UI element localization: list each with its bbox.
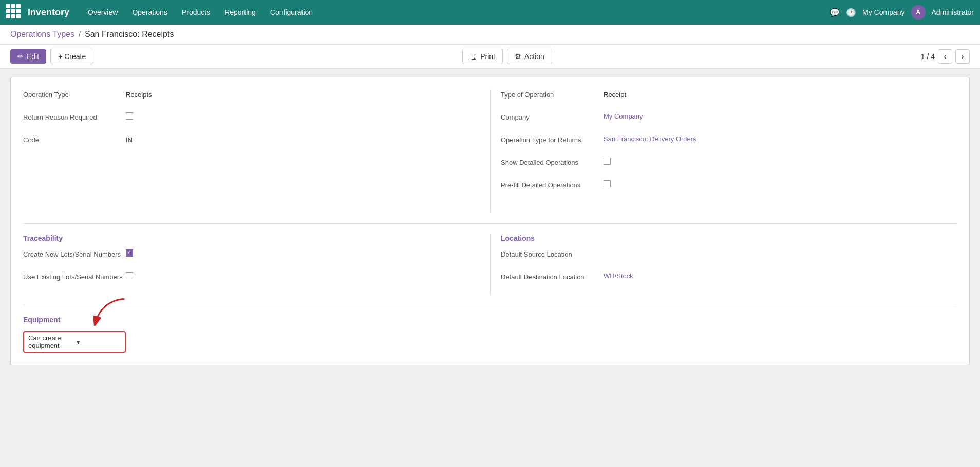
field-create-lots: Create New Lots/Serial Numbers — [23, 249, 480, 264]
show-detailed-checkbox[interactable] — [604, 158, 611, 165]
equipment-section: Equipment Can create equipment ▾ — [23, 316, 957, 353]
field-type-of-operation: Type of Operation Receipt — [501, 90, 947, 104]
nav-right: 💬 🕐 My Company A Administrator — [830, 5, 974, 20]
breadcrumb: Operations Types / San Francisco: Receip… — [0, 25, 980, 45]
edit-button[interactable]: ✏ Edit — [10, 49, 46, 64]
action-bar: ✏ Edit + Create 🖨 Print ⚙ Action 1 / 4 ‹… — [0, 45, 980, 69]
code-label: Code — [23, 135, 126, 144]
print-button[interactable]: 🖨 Print — [462, 49, 503, 64]
printer-icon: 🖨 — [470, 52, 477, 61]
code-value: IN — [126, 135, 133, 144]
apps-menu-icon[interactable] — [6, 4, 23, 21]
field-return-reason: Return Reason Required — [23, 112, 480, 127]
next-page-button[interactable]: › — [955, 49, 970, 64]
pagination: 1 / 4 ‹ › — [921, 49, 970, 64]
operation-type-value: Receipts — [126, 90, 152, 99]
return-reason-checkbox[interactable] — [126, 112, 133, 120]
record-card: Operation Type Receipts Return Reason Re… — [10, 77, 970, 365]
section-divider-2 — [23, 305, 957, 305]
create-lots-label: Create New Lots/Serial Numbers — [23, 249, 126, 258]
top-navigation: Inventory Overview Operations Products R… — [0, 0, 980, 25]
can-create-equipment-label: Can create equipment — [28, 334, 72, 349]
breadcrumb-current: San Francisco: Receipts — [85, 30, 174, 39]
nav-overview[interactable]: Overview — [82, 5, 124, 20]
avatar[interactable]: A — [911, 5, 926, 20]
edit-icon: ✏ — [17, 52, 24, 61]
traceability-title: Traceability — [23, 234, 480, 242]
return-reason-label: Return Reason Required — [23, 112, 126, 121]
op-type-returns-value[interactable]: San Francisco: Delivery Orders — [604, 135, 696, 143]
type-of-op-value: Receipt — [604, 90, 626, 99]
form-main: Operation Type Receipts Return Reason Re… — [23, 90, 957, 213]
prefill-detailed-label: Pre-fill Detailed Operations — [501, 180, 604, 189]
operation-type-label: Operation Type — [23, 90, 126, 99]
field-default-source: Default Source Location — [501, 249, 957, 264]
admin-name[interactable]: Administrator — [932, 8, 974, 16]
equipment-title: Equipment — [23, 316, 957, 324]
breadcrumb-parent[interactable]: Operations Types — [10, 30, 74, 39]
create-lots-checkbox[interactable] — [126, 249, 133, 257]
type-of-op-label: Type of Operation — [501, 90, 604, 99]
nav-menu: Overview Operations Products Reporting C… — [82, 5, 830, 20]
nav-configuration[interactable]: Configuration — [264, 5, 319, 20]
create-button[interactable]: + Create — [50, 49, 93, 64]
field-company: Company My Company — [501, 112, 947, 127]
nav-products[interactable]: Products — [176, 5, 216, 20]
field-operation-type: Operation Type Receipts — [23, 90, 480, 104]
field-default-dest: Default Destination Location WH/Stock — [501, 272, 957, 286]
traceability-locations-section: Traceability Create New Lots/Serial Numb… — [23, 234, 957, 295]
field-use-existing: Use Existing Lots/Serial Numbers — [23, 272, 480, 286]
prev-page-button[interactable]: ‹ — [938, 49, 952, 64]
op-type-returns-label: Operation Type for Returns — [501, 135, 604, 144]
use-existing-label: Use Existing Lots/Serial Numbers — [23, 272, 126, 281]
section-divider-1 — [23, 223, 957, 224]
form-left-col: Operation Type Receipts Return Reason Re… — [23, 90, 490, 213]
nav-reporting[interactable]: Reporting — [218, 5, 262, 20]
company-value[interactable]: My Company — [604, 112, 643, 120]
field-show-detailed: Show Detailed Operations — [501, 158, 947, 172]
default-source-label: Default Source Location — [501, 249, 604, 258]
dropdown-chevron-icon: ▾ — [77, 338, 121, 346]
app-title[interactable]: Inventory — [28, 7, 69, 18]
traceability-col: Traceability Create New Lots/Serial Numb… — [23, 234, 490, 295]
company-label: Company — [501, 112, 604, 121]
company-name[interactable]: My Company — [862, 8, 904, 16]
can-create-equipment-dropdown[interactable]: Can create equipment ▾ — [23, 331, 126, 353]
locations-col: Locations Default Source Location Defaul… — [490, 234, 957, 295]
pagination-count: 1 / 4 — [921, 52, 935, 61]
locations-title: Locations — [501, 234, 957, 242]
main-content: Operation Type Receipts Return Reason Re… — [0, 69, 980, 374]
breadcrumb-separator: / — [79, 30, 81, 38]
field-code: Code IN — [23, 135, 480, 149]
show-detailed-label: Show Detailed Operations — [501, 158, 604, 166]
use-existing-checkbox[interactable] — [126, 272, 133, 279]
field-prefill-detailed: Pre-fill Detailed Operations — [501, 180, 947, 194]
prefill-detailed-checkbox[interactable] — [604, 180, 611, 187]
form-right-col: Type of Operation Receipt Company My Com… — [490, 90, 957, 213]
chat-icon[interactable]: 💬 — [830, 8, 840, 17]
default-dest-value[interactable]: WH/Stock — [604, 272, 633, 280]
gear-icon: ⚙ — [515, 52, 521, 61]
nav-operations[interactable]: Operations — [126, 5, 173, 20]
action-button[interactable]: ⚙ Action — [507, 49, 552, 64]
field-op-type-returns: Operation Type for Returns San Francisco… — [501, 135, 947, 149]
default-dest-label: Default Destination Location — [501, 272, 604, 281]
clock-icon[interactable]: 🕐 — [846, 8, 856, 17]
